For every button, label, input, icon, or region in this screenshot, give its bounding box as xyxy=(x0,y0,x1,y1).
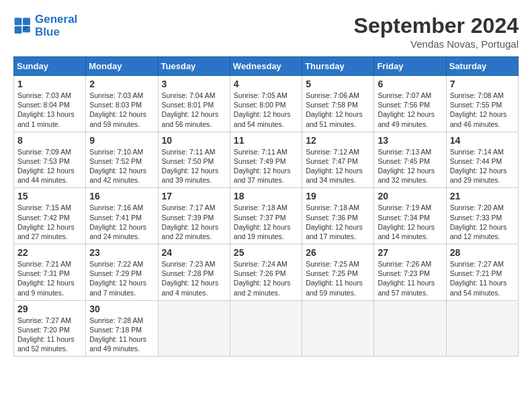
month-title: September 2024 xyxy=(354,13,519,38)
day-number: 26 xyxy=(306,247,370,258)
day-number: 10 xyxy=(162,135,226,146)
calendar-cell: 25Sunrise: 7:24 AMSunset: 7:26 PMDayligh… xyxy=(230,244,302,301)
day-number: 20 xyxy=(378,191,442,201)
calendar-cell: 27Sunrise: 7:26 AMSunset: 7:23 PMDayligh… xyxy=(374,244,446,301)
calendar-cell: 30Sunrise: 7:28 AMSunset: 7:18 PMDayligh… xyxy=(86,300,158,357)
day-number: 19 xyxy=(306,191,370,201)
day-info: Sunrise: 7:09 AMSunset: 7:53 PMDaylight:… xyxy=(17,147,82,185)
day-number: 23 xyxy=(89,247,154,258)
weekday-header-saturday: Saturday xyxy=(446,57,518,76)
day-info: Sunrise: 7:16 AMSunset: 7:41 PMDaylight:… xyxy=(89,203,154,241)
weekday-header-friday: Friday xyxy=(374,57,446,76)
calendar-cell: 5Sunrise: 7:06 AMSunset: 7:58 PMDaylight… xyxy=(302,76,374,132)
day-number: 21 xyxy=(450,191,515,201)
day-info: Sunrise: 7:17 AMSunset: 7:39 PMDaylight:… xyxy=(162,203,226,241)
day-info: Sunrise: 7:22 AMSunset: 7:29 PMDaylight:… xyxy=(89,259,154,298)
day-info: Sunrise: 7:03 AMSunset: 8:04 PMDaylight:… xyxy=(17,91,82,129)
calendar-cell xyxy=(158,300,230,357)
calendar-week-row: 8Sunrise: 7:09 AMSunset: 7:53 PMDaylight… xyxy=(14,132,519,188)
day-number: 18 xyxy=(234,191,298,201)
calendar-cell: 4Sunrise: 7:05 AMSunset: 8:00 PMDaylight… xyxy=(230,76,302,132)
calendar-cell: 17Sunrise: 7:17 AMSunset: 7:39 PMDayligh… xyxy=(158,188,230,244)
day-info: Sunrise: 7:07 AMSunset: 7:56 PMDaylight:… xyxy=(378,91,442,129)
calendar-week-row: 15Sunrise: 7:15 AMSunset: 7:42 PMDayligh… xyxy=(14,188,519,244)
day-number: 28 xyxy=(450,247,515,258)
day-info: Sunrise: 7:04 AMSunset: 8:01 PMDaylight:… xyxy=(162,91,226,129)
calendar-cell: 18Sunrise: 7:18 AMSunset: 7:37 PMDayligh… xyxy=(230,188,302,244)
calendar-cell: 7Sunrise: 7:08 AMSunset: 7:55 PMDaylight… xyxy=(446,76,518,132)
day-number: 25 xyxy=(234,247,298,258)
day-number: 22 xyxy=(17,247,82,258)
calendar-cell: 19Sunrise: 7:18 AMSunset: 7:36 PMDayligh… xyxy=(302,188,374,244)
day-number: 14 xyxy=(450,135,515,146)
calendar-cell: 22Sunrise: 7:21 AMSunset: 7:31 PMDayligh… xyxy=(14,244,86,301)
logo: General Blue xyxy=(13,13,77,38)
day-number: 13 xyxy=(378,135,442,146)
weekday-header-row: SundayMondayTuesdayWednesdayThursdayFrid… xyxy=(14,57,519,76)
page-header: General Blue September 2024 Vendas Novas… xyxy=(13,13,519,50)
day-number: 8 xyxy=(17,135,82,146)
weekday-header-wednesday: Wednesday xyxy=(230,57,302,76)
day-number: 15 xyxy=(17,191,82,201)
day-info: Sunrise: 7:27 AMSunset: 7:20 PMDaylight:… xyxy=(17,316,82,354)
calendar-cell: 3Sunrise: 7:04 AMSunset: 8:01 PMDaylight… xyxy=(158,76,230,132)
day-number: 30 xyxy=(89,304,154,314)
calendar-week-row: 29Sunrise: 7:27 AMSunset: 7:20 PMDayligh… xyxy=(14,300,519,357)
calendar-cell: 9Sunrise: 7:10 AMSunset: 7:52 PMDaylight… xyxy=(86,132,158,188)
day-info: Sunrise: 7:11 AMSunset: 7:50 PMDaylight:… xyxy=(162,147,226,185)
day-info: Sunrise: 7:08 AMSunset: 7:55 PMDaylight:… xyxy=(450,91,515,129)
calendar-cell: 28Sunrise: 7:27 AMSunset: 7:21 PMDayligh… xyxy=(446,244,518,301)
day-info: Sunrise: 7:12 AMSunset: 7:47 PMDaylight:… xyxy=(306,147,370,185)
day-info: Sunrise: 7:21 AMSunset: 7:31 PMDaylight:… xyxy=(17,259,82,298)
calendar-cell: 12Sunrise: 7:12 AMSunset: 7:47 PMDayligh… xyxy=(302,132,374,188)
day-number: 27 xyxy=(378,247,442,258)
logo-text: General Blue xyxy=(35,13,77,38)
weekday-header-tuesday: Tuesday xyxy=(158,57,230,76)
day-number: 2 xyxy=(89,79,154,89)
calendar-cell: 10Sunrise: 7:11 AMSunset: 7:50 PMDayligh… xyxy=(158,132,230,188)
weekday-header-sunday: Sunday xyxy=(14,57,86,76)
svg-rect-1 xyxy=(23,17,30,25)
calendar-cell: 24Sunrise: 7:23 AMSunset: 7:28 PMDayligh… xyxy=(158,244,230,301)
day-info: Sunrise: 7:24 AMSunset: 7:26 PMDaylight:… xyxy=(234,259,298,298)
day-info: Sunrise: 7:03 AMSunset: 8:03 PMDaylight:… xyxy=(89,91,154,129)
day-number: 1 xyxy=(17,79,82,89)
calendar-week-row: 1Sunrise: 7:03 AMSunset: 8:04 PMDaylight… xyxy=(14,76,519,132)
calendar-cell: 1Sunrise: 7:03 AMSunset: 8:04 PMDaylight… xyxy=(14,76,86,132)
day-info: Sunrise: 7:05 AMSunset: 8:00 PMDaylight:… xyxy=(234,91,298,129)
calendar-table: SundayMondayTuesdayWednesdayThursdayFrid… xyxy=(13,56,519,357)
day-info: Sunrise: 7:14 AMSunset: 7:44 PMDaylight:… xyxy=(450,147,515,185)
title-block: September 2024 Vendas Novas, Portugal xyxy=(354,13,519,50)
calendar-cell: 20Sunrise: 7:19 AMSunset: 7:34 PMDayligh… xyxy=(374,188,446,244)
day-info: Sunrise: 7:25 AMSunset: 7:25 PMDaylight:… xyxy=(306,259,370,298)
calendar-cell: 14Sunrise: 7:14 AMSunset: 7:44 PMDayligh… xyxy=(446,132,518,188)
day-info: Sunrise: 7:26 AMSunset: 7:23 PMDaylight:… xyxy=(378,259,442,298)
calendar-cell: 21Sunrise: 7:20 AMSunset: 7:33 PMDayligh… xyxy=(446,188,518,244)
calendar-cell xyxy=(230,300,302,357)
location: Vendas Novas, Portugal xyxy=(354,38,519,50)
calendar-cell: 8Sunrise: 7:09 AMSunset: 7:53 PMDaylight… xyxy=(14,132,86,188)
logo-icon xyxy=(13,17,32,36)
day-number: 7 xyxy=(450,79,515,89)
calendar-cell: 29Sunrise: 7:27 AMSunset: 7:20 PMDayligh… xyxy=(14,300,86,357)
day-info: Sunrise: 7:19 AMSunset: 7:34 PMDaylight:… xyxy=(378,203,442,241)
svg-rect-2 xyxy=(15,26,22,34)
calendar-cell: 13Sunrise: 7:13 AMSunset: 7:45 PMDayligh… xyxy=(374,132,446,188)
day-info: Sunrise: 7:23 AMSunset: 7:28 PMDaylight:… xyxy=(162,259,226,298)
calendar-cell: 2Sunrise: 7:03 AMSunset: 8:03 PMDaylight… xyxy=(86,76,158,132)
calendar-cell: 6Sunrise: 7:07 AMSunset: 7:56 PMDaylight… xyxy=(374,76,446,132)
day-info: Sunrise: 7:18 AMSunset: 7:37 PMDaylight:… xyxy=(234,203,298,241)
day-number: 11 xyxy=(234,135,298,146)
calendar-cell: 16Sunrise: 7:16 AMSunset: 7:41 PMDayligh… xyxy=(86,188,158,244)
calendar-cell: 11Sunrise: 7:11 AMSunset: 7:49 PMDayligh… xyxy=(230,132,302,188)
day-info: Sunrise: 7:18 AMSunset: 7:36 PMDaylight:… xyxy=(306,203,370,241)
day-info: Sunrise: 7:15 AMSunset: 7:42 PMDaylight:… xyxy=(17,203,82,241)
day-number: 5 xyxy=(306,79,370,89)
calendar-cell: 23Sunrise: 7:22 AMSunset: 7:29 PMDayligh… xyxy=(86,244,158,301)
day-number: 12 xyxy=(306,135,370,146)
svg-rect-0 xyxy=(15,17,22,25)
weekday-header-thursday: Thursday xyxy=(302,57,374,76)
calendar-cell: 26Sunrise: 7:25 AMSunset: 7:25 PMDayligh… xyxy=(302,244,374,301)
calendar-cell xyxy=(446,300,518,357)
day-number: 17 xyxy=(162,191,226,201)
